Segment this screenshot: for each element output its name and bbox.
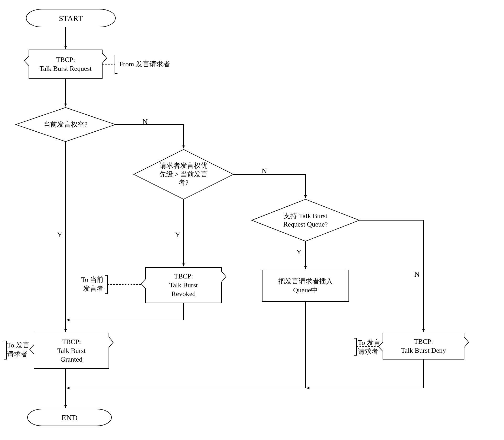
edge-label-y3: Y: [296, 248, 302, 256]
tbcp-request-line1: TBCP:: [56, 56, 75, 63]
comment-to-requester-deny: To 发言 请求者: [358, 338, 384, 356]
tbcp-granted-io: TBCP: Talk Burst Granted: [37, 336, 106, 366]
edge-label-n2: N: [262, 167, 267, 175]
tbcp-request-io: TBCP: Talk Burst Request: [31, 52, 100, 76]
edge-label-y1: Y: [57, 231, 62, 239]
tbcp-request-line2: Talk Burst Request: [40, 65, 92, 72]
tbcp-deny-io: TBCP: Talk Burst Deny: [385, 336, 462, 357]
comment-to-requester-granted: To 发言 请求者: [7, 341, 33, 359]
edge-label-n1: N: [142, 117, 148, 126]
comment-to-current: To 当前 发言者: [77, 275, 104, 293]
tbcp-revoked-io: TBCP: Talk Burst Revoked: [148, 270, 219, 300]
edge-label-y2: Y: [175, 231, 180, 239]
end-label: END: [61, 412, 78, 423]
start-terminator: START: [29, 9, 113, 27]
end-terminator: END: [29, 409, 110, 426]
start-label: START: [59, 13, 83, 23]
process-insert-queue: 把发言请求者插入 Queue中: [267, 273, 344, 299]
comment-from-requester: From 发言请求者: [119, 60, 170, 69]
edge-label-n3: N: [414, 270, 420, 278]
